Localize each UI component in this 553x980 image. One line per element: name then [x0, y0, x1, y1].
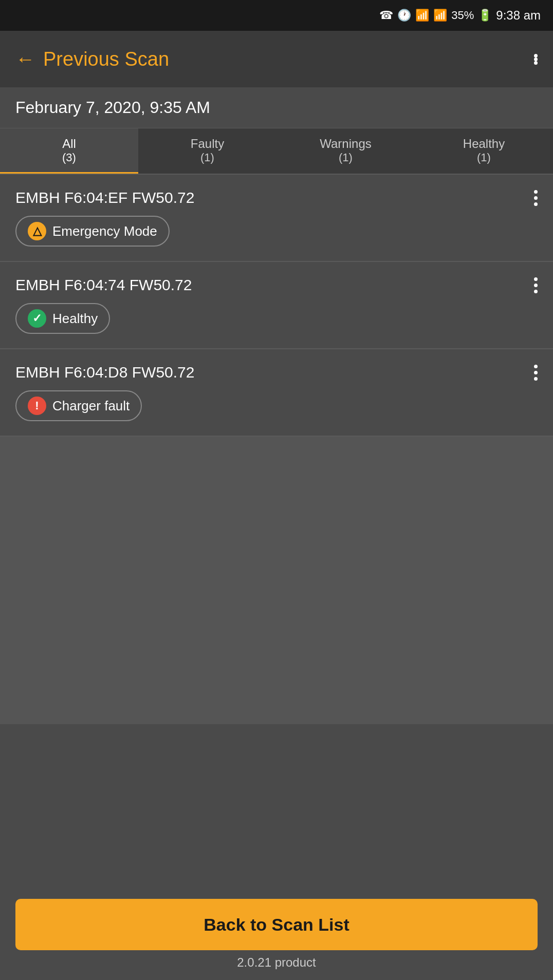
page-title: Previous Scan: [43, 48, 169, 70]
status-icons: ☎ 🕐 📶 📶 35% 🔋 9:38 am: [379, 8, 541, 23]
fault-icon-3: !: [28, 397, 46, 415]
device-item-1[interactable]: EMBH F6:04:EF FW50.72 △ Emergency Mode: [0, 175, 553, 262]
device-more-button-3[interactable]: [534, 365, 538, 381]
tab-warnings-count: (1): [339, 151, 353, 164]
back-to-scan-label: Back to Scan List: [204, 915, 349, 935]
status-badge-2: ✓ Healthy: [15, 303, 110, 334]
device-name-3: EMBH F6:04:D8 FW50.72: [15, 364, 194, 381]
status-badge-3: ! Charger fault: [15, 390, 142, 421]
device-header-1: EMBH F6:04:EF FW50.72: [15, 189, 538, 206]
warning-icon-1: △: [28, 222, 46, 240]
wifi-icon: 📶: [415, 9, 429, 22]
tab-warnings[interactable]: Warnings (1): [276, 128, 415, 174]
device-item-3[interactable]: EMBH F6:04:D8 FW50.72 ! Charger fault: [0, 349, 553, 437]
device-more-button-1[interactable]: [534, 190, 538, 206]
date-bar: February 7, 2020, 9:35 AM: [0, 87, 553, 128]
device-name-2: EMBH F6:04:74 FW50.72: [15, 276, 192, 294]
back-to-scan-button[interactable]: Back to Scan List: [15, 899, 538, 950]
bluetooth-icon2: 🕐: [397, 9, 411, 22]
device-header-3: EMBH F6:04:D8 FW50.72: [15, 364, 538, 381]
status-label-1: Emergency Mode: [52, 223, 157, 239]
tab-faulty-label: Faulty: [191, 137, 224, 151]
status-time: 9:38 am: [496, 8, 541, 23]
device-list: EMBH F6:04:EF FW50.72 △ Emergency Mode E…: [0, 175, 553, 724]
bluetooth-icon: ☎: [379, 9, 393, 22]
status-bar: ☎ 🕐 📶 📶 35% 🔋 9:38 am: [0, 0, 553, 31]
header-left: ← Previous Scan: [15, 48, 169, 70]
tab-warnings-label: Warnings: [320, 137, 371, 151]
tab-faulty-count: (1): [200, 151, 214, 164]
battery-percent: 35%: [451, 9, 474, 22]
tab-healthy-label: Healthy: [463, 137, 505, 151]
tab-all-count: (3): [62, 151, 76, 164]
tab-all[interactable]: All (3): [0, 128, 138, 174]
tab-healthy-count: (1): [477, 151, 491, 164]
tab-all-label: All: [62, 137, 76, 151]
status-label-3: Charger fault: [52, 398, 130, 414]
version-text: 2.0.21 product: [0, 955, 553, 980]
back-button[interactable]: ←: [15, 48, 35, 70]
tab-healthy[interactable]: Healthy (1): [415, 128, 553, 174]
filter-tabs: All (3) Faulty (1) Warnings (1) Healthy …: [0, 128, 553, 175]
signal-icon: 📶: [433, 9, 447, 22]
bottom-bar: Back to Scan List 2.0.21 product: [0, 889, 553, 980]
device-item-2[interactable]: EMBH F6:04:74 FW50.72 ✓ Healthy: [0, 262, 553, 349]
healthy-icon-2: ✓: [28, 309, 46, 328]
status-label-2: Healthy: [52, 311, 98, 327]
scan-date: February 7, 2020, 9:35 AM: [15, 98, 210, 117]
tab-faulty[interactable]: Faulty (1): [138, 128, 276, 174]
device-name-1: EMBH F6:04:EF FW50.72: [15, 189, 194, 206]
app-header: ← Previous Scan: [0, 31, 553, 87]
empty-space: [0, 437, 553, 724]
battery-icon: 🔋: [478, 9, 492, 22]
device-more-button-2[interactable]: [534, 277, 538, 293]
status-badge-1: △ Emergency Mode: [15, 216, 170, 247]
device-header-2: EMBH F6:04:74 FW50.72: [15, 276, 538, 294]
more-menu-button[interactable]: [534, 54, 538, 65]
